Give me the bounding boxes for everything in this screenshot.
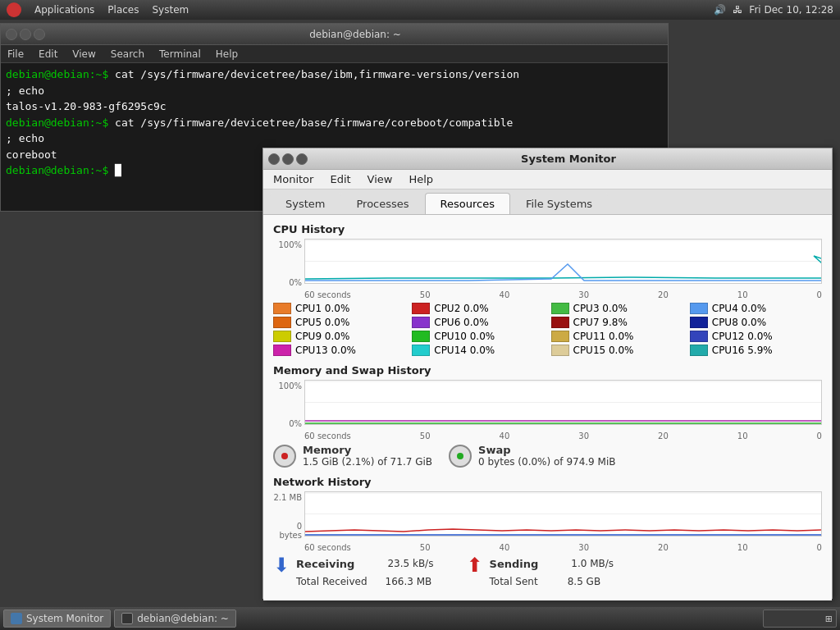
network-icon[interactable]: 🖧 <box>733 4 742 16</box>
terminal-menu-help[interactable]: Help <box>212 47 241 62</box>
terminal-minimize-btn[interactable] <box>20 29 31 40</box>
sending-info: ⬆ Sending 1.0 MB/s Total Sent 8.5 GB <box>466 555 614 590</box>
terminal-menu-edit[interactable]: Edit <box>35 47 61 62</box>
terminal-maximize-btn[interactable] <box>34 29 45 40</box>
sysmon-minimize-btn[interactable] <box>282 153 294 165</box>
legend-cpu3-label: CPU3 0.0% <box>573 303 628 314</box>
terminal-menu-file[interactable]: File <box>4 47 27 62</box>
legend-cpu11: CPU11 0.0% <box>551 331 683 342</box>
taskbar-sysmon-label: System Monitor <box>26 613 103 624</box>
legend-cpu7: CPU7 9.8% <box>551 317 683 328</box>
net-chart-y-bot: 0 bytes <box>273 522 302 540</box>
tab-processes[interactable]: Processes <box>340 193 424 214</box>
terminal-menu-view[interactable]: View <box>69 47 98 62</box>
mem-chart-y-top: 100% <box>273 381 302 390</box>
total-sent-value: 8.5 GB <box>568 573 600 590</box>
network-section-title: Network History <box>273 476 822 488</box>
sending-text: Sending 1.0 MB/s Total Sent 8.5 GB <box>490 555 614 590</box>
sysmon-menu-monitor[interactable]: Monitor <box>270 171 317 187</box>
legend-cpu13-label: CPU13 0.0% <box>295 345 356 356</box>
legend-cpu10: CPU10 0.0% <box>412 331 544 342</box>
receiving-arrow-icon: ⬇ <box>273 555 290 575</box>
sysmon-title: System Monitor <box>310 153 827 165</box>
total-sent-label: Total Sent <box>490 573 538 590</box>
top-right-status: 🔊 🖧 Fri Dec 10, 12:28 <box>714 4 833 16</box>
swap-info: Swap 0 bytes (0.0%) of 974.9 MiB <box>449 444 615 468</box>
top-left-apps: Applications Places System <box>7 2 189 17</box>
legend-cpu11-color <box>551 331 569 342</box>
legend-cpu12-color <box>690 331 708 342</box>
menu-places[interactable]: Places <box>107 4 139 16</box>
terminal-line-4: debian@debian:~$ cat /sys/firmware/devic… <box>6 115 663 131</box>
sysmon-titlebar: System Monitor <box>263 148 832 170</box>
memory-text: Memory 1.5 GiB (2.1%) of 71.7 GiB <box>303 444 432 468</box>
tabs-bar: System Processes Resources File Systems <box>263 189 832 215</box>
terminal-menubar: File Edit View Search Terminal Help <box>1 45 668 63</box>
legend-cpu8: CPU8 0.0% <box>690 317 822 328</box>
menu-system[interactable]: System <box>152 4 189 16</box>
legend-cpu5-label: CPU5 0.0% <box>295 317 349 328</box>
legend-cpu15: CPU15 0.0% <box>551 345 683 356</box>
sysmon-menu-help[interactable]: Help <box>405 171 436 187</box>
tab-system[interactable]: System <box>270 193 340 214</box>
legend-cpu14: CPU14 0.0% <box>412 345 544 356</box>
cpu-legend: CPU1 0.0% CPU2 0.0% CPU3 0.0% CPU4 0.0% … <box>273 303 822 356</box>
legend-cpu13: CPU13 0.0% <box>273 345 405 356</box>
terminal-close-btn[interactable] <box>6 29 17 40</box>
sysmon-menu-view[interactable]: View <box>364 171 396 187</box>
legend-cpu13-color <box>273 345 291 356</box>
sysmon-menu-edit[interactable]: Edit <box>326 171 354 187</box>
legend-cpu4-color <box>690 303 708 314</box>
sysmon-maximize-btn[interactable] <box>296 153 308 165</box>
memory-section-title: Memory and Swap History <box>273 364 822 377</box>
legend-cpu2-label: CPU2 0.0% <box>434 303 488 314</box>
menu-applications[interactable]: Applications <box>34 4 94 16</box>
sysmon-taskbar-icon <box>11 613 22 624</box>
cpu-chart-x-labels: 60 seconds 50 40 30 20 10 0 <box>273 290 822 299</box>
tab-resources[interactable]: Resources <box>425 193 510 214</box>
volume-icon[interactable]: 🔊 <box>714 4 726 16</box>
sending-speed: 1.0 MB/s <box>571 555 614 573</box>
legend-cpu16-label: CPU16 5.9% <box>712 345 773 356</box>
memory-info-row: Memory 1.5 GiB (2.1%) of 71.7 GiB Swap 0… <box>273 444 822 468</box>
legend-cpu5-color <box>273 317 291 328</box>
net-chart-x-labels: 60 seconds 50 40 30 20 10 0 <box>273 543 822 552</box>
terminal-titlebar: debian@debian: ~ <box>1 24 668 45</box>
legend-cpu6: CPU6 0.0% <box>412 317 544 328</box>
legend-cpu1-label: CPU1 0.0% <box>295 303 349 314</box>
network-chart <box>304 491 822 536</box>
total-received-value: 166.3 MB <box>386 573 432 590</box>
datetime-display: Fri Dec 10, 12:28 <box>749 4 833 16</box>
sysmon-main-content: CPU History 100% 0% 60 second <box>263 215 832 600</box>
legend-cpu7-label: CPU7 9.8% <box>573 317 628 328</box>
sysmon-menubar: Monitor Edit View Help <box>263 170 832 189</box>
taskbar-terminal[interactable]: debian@debian: ~ <box>114 609 236 628</box>
memory-value: 1.5 GiB (2.1%) of 71.7 GiB <box>303 456 432 468</box>
tab-filesystems[interactable]: File Systems <box>510 193 608 214</box>
terminal-line-2: ; echo <box>6 83 663 99</box>
legend-cpu9: CPU9 0.0% <box>273 331 405 342</box>
terminal-menu-search[interactable]: Search <box>107 47 148 62</box>
legend-cpu10-label: CPU10 0.0% <box>434 331 495 342</box>
top-menubar: Applications Places System 🔊 🖧 Fri Dec 1… <box>0 0 840 20</box>
receiving-info: ⬇ Receiving 23.5 kB/s Total Received 166… <box>273 555 433 590</box>
taskbar-tray: ⊞ <box>763 609 837 628</box>
sysmon-close-btn[interactable] <box>268 153 280 165</box>
legend-cpu12-label: CPU12 0.0% <box>712 331 773 342</box>
swap-value: 0 bytes (0.0%) of 974.9 MiB <box>478 456 615 468</box>
legend-cpu14-label: CPU14 0.0% <box>434 345 495 356</box>
swap-label: Swap <box>478 444 615 456</box>
taskbar-sysmon[interactable]: System Monitor <box>3 609 111 628</box>
cpu-chart <box>304 239 822 284</box>
cpu-chart-y-top: 100% <box>273 240 302 249</box>
sending-arrow-icon: ⬆ <box>466 555 482 575</box>
terminal-line-3: talos-v1.20-983-gf6295c9c <box>6 98 663 115</box>
sending-label: Sending <box>490 558 539 570</box>
legend-cpu3-color <box>551 303 569 314</box>
memory-icon <box>273 445 296 468</box>
terminal-menu-terminal[interactable]: Terminal <box>156 47 204 62</box>
legend-cpu16-color <box>690 345 708 356</box>
legend-cpu3: CPU3 0.0% <box>551 303 683 314</box>
mem-chart-y-bot: 0% <box>273 419 302 428</box>
svg-point-0 <box>8 4 20 16</box>
